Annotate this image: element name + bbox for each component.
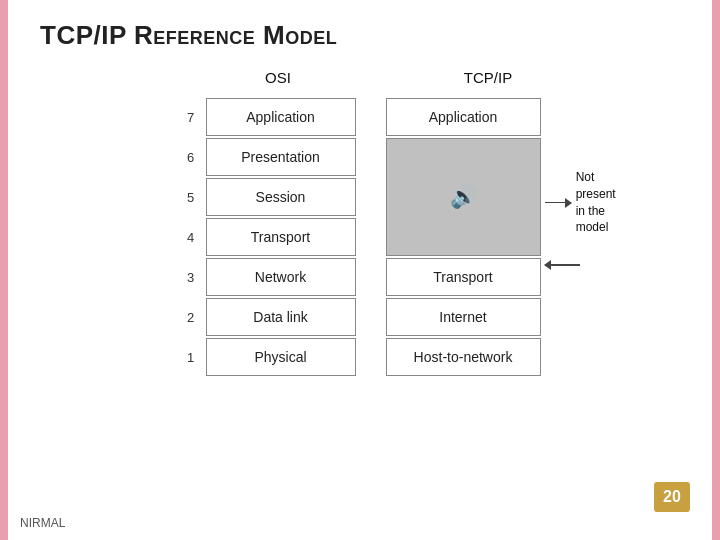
osi-transport: Transport (206, 218, 356, 256)
row-numbers: 7 6 5 4 3 2 1 (180, 98, 202, 378)
speaker-icon: 🔊 (450, 184, 477, 210)
osi-physical: Physical (206, 338, 356, 376)
headers-row: OSI TCP/IP (152, 69, 568, 92)
np-upper-line (545, 202, 571, 204)
row-num-7: 7 (180, 98, 202, 136)
row-num-2: 2 (180, 298, 202, 336)
tcpip-merged-gray: 🔊 Not presentin the model (386, 138, 541, 256)
row-num-4: 4 (180, 218, 202, 256)
tcpip-column-header: TCP/IP (408, 69, 568, 86)
footer-label: NIRMAL (20, 516, 65, 530)
tcpip-application: Application (386, 98, 541, 136)
osi-network: Network (206, 258, 356, 296)
row-num-5: 5 (180, 178, 202, 216)
page-number-badge: 20 (654, 482, 690, 512)
np-lower-line (545, 264, 580, 266)
np-arrow-upper: Not presentin the model (545, 169, 625, 236)
np-arrow-lower (545, 264, 580, 266)
osi-application: Application (206, 98, 356, 136)
row-num-1: 1 (180, 338, 202, 376)
tcpip-host-to-network: Host-to-network (386, 338, 541, 376)
not-present-label: Not presentin the model (576, 169, 625, 236)
osi-datalink: Data link (206, 298, 356, 336)
osi-cells: Application Presentation Session Transpo… (206, 98, 356, 378)
row-num-6: 6 (180, 138, 202, 176)
osi-session: Session (206, 178, 356, 216)
slide-title: TCP/IP Reference Model (40, 20, 690, 51)
tcpip-cells: Application 🔊 Not presentin the model (386, 98, 541, 378)
osi-column-header: OSI (178, 69, 378, 86)
osi-presentation: Presentation (206, 138, 356, 176)
not-present-annotation: Not presentin the model (545, 169, 625, 266)
diagram-wrapper: OSI TCP/IP 7 6 5 4 3 2 1 Application Pre… (30, 69, 690, 378)
tcpip-internet: Internet (386, 298, 541, 336)
row-num-3: 3 (180, 258, 202, 296)
tcpip-transport: Transport (386, 258, 541, 296)
slide-page: TCP/IP Reference Model OSI TCP/IP 7 6 5 … (0, 0, 720, 540)
content-row: 7 6 5 4 3 2 1 Application Presentation S… (180, 98, 541, 378)
